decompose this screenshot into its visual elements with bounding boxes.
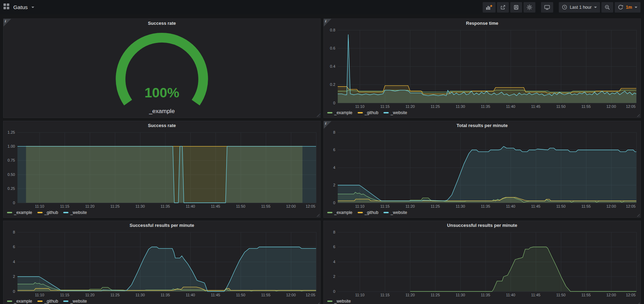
chart-legend: _example_github_website [3,298,320,304]
svg-text:11:50: 11:50 [556,204,566,208]
chart-response-time[interactable]: 00.20.40.60.811:1011:1511:2011:2511:3011… [324,28,641,109]
chart-legend: _example_github_website [324,209,641,217]
panel-info-corner[interactable]: i [324,19,331,27]
panel-title[interactable]: Successful results per minute [3,221,320,230]
svg-text:11:30: 11:30 [456,104,465,109]
panel-unsuccessful-results: Unsuccessful results per minute 0246811:… [323,221,641,304]
chevron-down-icon [635,7,637,8]
svg-text:11:15: 11:15 [380,293,390,297]
time-tools-group: Last 1 hour 1m [559,2,641,13]
share-button[interactable] [497,2,509,13]
dashboard-title[interactable]: Gatus [13,4,28,10]
svg-text:12:05: 12:05 [626,293,636,297]
panel-title[interactable]: Unsuccessful results per minute [324,221,641,230]
svg-text:0: 0 [13,201,15,205]
svg-text:12:00: 12:00 [606,104,616,109]
legend-label: _website [334,299,351,304]
save-icon [513,5,519,10]
legend-color-swatch [327,112,332,113]
legend-item-_website[interactable]: _website [63,210,87,215]
legend-color-swatch [383,212,389,213]
legend-label: _example [334,210,352,215]
panel-info-corner[interactable]: i [3,19,11,27]
gauge-svg: 100% [3,28,320,118]
svg-text:11:45: 11:45 [211,293,220,297]
chart-svg: 0246811:1011:1511:2011:2511:3011:3511:40… [3,230,320,298]
panel-success-rate-gauges: i Success rate 100%_example100%_github78… [3,18,321,118]
apps-grid-icon[interactable] [3,3,9,11]
svg-text:11:30: 11:30 [136,293,145,297]
svg-text:11:40: 11:40 [506,293,515,297]
svg-text:2: 2 [333,183,335,187]
svg-text:100%: 100% [145,85,180,100]
svg-text:11:55: 11:55 [261,293,271,297]
svg-text:2: 2 [13,274,15,279]
panel-title[interactable]: Total results per minute [324,121,641,130]
legend-color-swatch [358,112,363,113]
clock-icon [562,5,567,10]
view-tools-group [541,2,553,13]
chart-unsuccessful-results[interactable]: 0246811:1011:1511:2011:2511:3011:3511:40… [324,230,641,298]
legend-label: _github [44,299,58,304]
share-icon [500,5,506,10]
svg-text:11:10: 11:10 [35,204,44,208]
search-minus-icon [605,5,610,10]
navbar-right: Last 1 hour 1m [477,2,641,13]
legend-item-_github[interactable]: _github [37,210,58,215]
svg-text:0: 0 [333,289,335,294]
svg-text:1.25: 1.25 [8,130,15,134]
legend-item-_example[interactable]: _example [327,110,352,115]
legend-item-_github[interactable]: _github [37,299,58,304]
legend-item-_example[interactable]: _example [327,210,352,215]
svg-text:0: 0 [333,101,335,105]
cycle-view-button[interactable] [541,2,553,13]
svg-text:11:40: 11:40 [506,104,515,109]
settings-button[interactable] [524,2,535,13]
legend-item-_github[interactable]: _github [358,210,378,215]
legend-item-_github[interactable]: _github [358,110,378,115]
save-button[interactable] [510,2,522,13]
svg-text:11:40: 11:40 [186,293,195,297]
panel-title[interactable]: Success rate [3,121,320,130]
legend-item-_website[interactable]: _website [383,210,407,215]
legend-color-swatch [7,301,12,302]
panel-title[interactable]: Response time [324,19,641,28]
svg-text:11:20: 11:20 [405,293,415,297]
legend-label: _website [70,299,87,304]
legend-label: _github [365,110,378,115]
svg-text:11:50: 11:50 [236,293,246,297]
time-range-picker[interactable]: Last 1 hour [559,2,600,13]
svg-text:11:20: 11:20 [85,293,95,297]
panel-response-time: i Response time 00.20.40.60.811:1011:151… [323,18,641,118]
svg-text:0.50: 0.50 [8,172,15,177]
zoom-out-button[interactable] [601,2,613,13]
svg-text:11:55: 11:55 [261,204,271,208]
gear-icon [527,5,532,10]
legend-item-_website[interactable]: _website [383,110,407,115]
legend-item-_example[interactable]: _example [7,210,32,215]
legend-item-_website[interactable]: _website [327,299,351,304]
svg-text:12:00: 12:00 [606,204,616,208]
legend-label: _website [70,210,87,215]
legend-color-swatch [37,212,43,213]
gauge-label: _example [3,108,320,115]
panel-info-corner[interactable]: i [324,121,331,129]
chart-success-rate[interactable]: 00.250.500.751.001.2511:1011:1511:2011:2… [3,130,320,209]
legend-item-_example[interactable]: _example [7,299,32,304]
svg-text:11:55: 11:55 [581,204,591,208]
svg-text:6: 6 [333,245,335,249]
chart-total-results[interactable]: 0246811:1011:1511:2011:2511:3011:3511:40… [324,130,641,209]
panel-successful-results: Successful results per minute 0246811:10… [3,221,321,304]
info-icon: i [325,19,326,23]
panel-title[interactable]: Success rate [3,19,320,28]
legend-item-_website[interactable]: _website [63,299,87,304]
add-panel-button[interactable] [483,2,496,13]
refresh-picker[interactable]: 1m [615,2,641,13]
svg-text:11:25: 11:25 [110,293,120,297]
svg-text:4: 4 [333,165,335,170]
chart-successful-results[interactable]: 0246811:1011:1511:2011:2511:3011:3511:40… [3,230,320,298]
legend-label: _website [390,110,407,115]
gauge-_example: 100%_example [3,28,320,118]
svg-text:11:10: 11:10 [355,204,365,208]
svg-text:11:25: 11:25 [110,204,120,208]
